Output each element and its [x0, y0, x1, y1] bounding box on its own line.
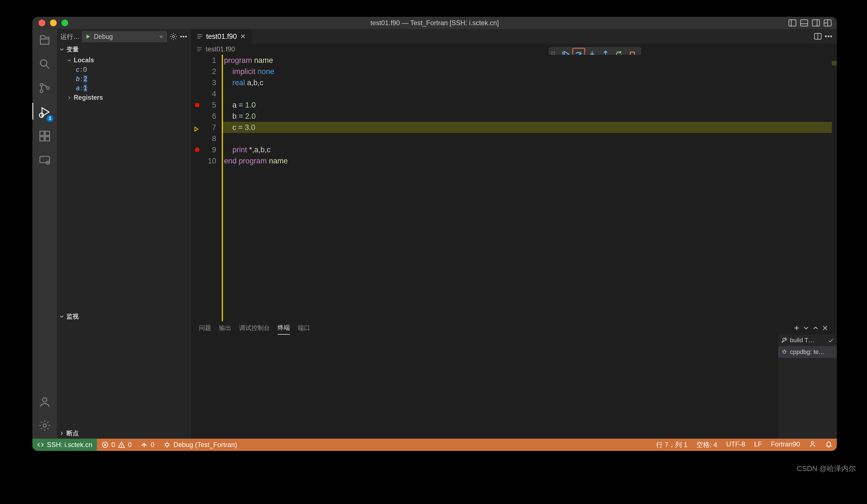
tab-debug-console[interactable]: 调试控制台: [239, 322, 270, 334]
close-window[interactable]: [39, 20, 45, 26]
locals-label: Locals: [74, 56, 94, 64]
config-name: Debug: [94, 33, 113, 41]
terminal-item[interactable]: cppdbg: te…: [778, 346, 837, 358]
tab-ports[interactable]: 端口: [298, 322, 310, 334]
minimize-window[interactable]: [50, 20, 57, 26]
accounts-tab[interactable]: [38, 396, 51, 410]
variables-title: 变量: [66, 45, 79, 54]
svg-rect-20: [45, 137, 50, 141]
svg-point-67: [165, 443, 169, 447]
svg-rect-4: [812, 20, 820, 26]
run-header: 运行… Debug: [57, 29, 191, 44]
variable-item[interactable]: c: 0: [65, 65, 191, 74]
window-title: test01.f90 — Test_Fortran [SSH: i.sctek.…: [32, 19, 837, 27]
tab-terminal[interactable]: 终端: [278, 321, 290, 335]
gear-icon[interactable]: [169, 32, 178, 41]
warning-icon: [118, 441, 125, 448]
terminal-list: build T…cppdbg: te…: [778, 334, 837, 439]
svg-rect-9: [41, 39, 49, 44]
svg-marker-15: [42, 108, 49, 117]
settings-tab[interactable]: [38, 419, 51, 433]
debug-config-select[interactable]: Debug: [82, 31, 167, 42]
svg-point-14: [47, 87, 50, 89]
eol-status[interactable]: LF: [750, 440, 767, 448]
title-bar: test01.f90 — Test_Fortran [SSH: i.sctek.…: [32, 17, 837, 29]
registers-scope[interactable]: Registers: [65, 93, 191, 103]
chevron-down-icon: [66, 57, 72, 63]
svg-point-26: [172, 35, 174, 38]
layout-controls: [786, 18, 834, 28]
variables-section[interactable]: 变量: [57, 44, 191, 55]
ports-status[interactable]: 0: [136, 439, 159, 451]
debug-tab[interactable]: 1: [38, 106, 51, 120]
window-controls: [39, 20, 68, 26]
watch-section[interactable]: 监视: [57, 311, 191, 322]
remote-icon: [37, 441, 44, 448]
vscode-window: test01.f90 — Test_Fortran [SSH: i.sctek.…: [32, 17, 837, 451]
terminal-item[interactable]: build T…: [778, 334, 837, 346]
close-icon[interactable]: [240, 33, 246, 40]
scm-tab[interactable]: [38, 82, 51, 96]
svg-point-27: [180, 36, 182, 37]
feedback-status[interactable]: [804, 440, 821, 448]
indentation-status[interactable]: 空格: 4: [692, 440, 722, 449]
breadcrumbs[interactable]: test01.f90: [191, 44, 837, 55]
remote-indicator[interactable]: SSH: i.sctek.cn: [32, 439, 97, 451]
terminal-output[interactable]: [191, 334, 778, 439]
language-status[interactable]: Fortran90: [767, 440, 804, 448]
toggle-panel-icon[interactable]: [800, 18, 809, 28]
svg-point-23: [42, 398, 47, 402]
breakpoints-section[interactable]: 断点: [57, 428, 191, 439]
explorer-tab[interactable]: [38, 33, 51, 47]
svg-point-12: [40, 84, 43, 86]
svg-point-74: [811, 441, 814, 444]
tab-output[interactable]: 输出: [219, 322, 231, 334]
dropdown-icon[interactable]: [802, 324, 810, 332]
svg-line-71: [169, 444, 169, 444]
encoding-status[interactable]: UTF-8: [722, 440, 750, 448]
chevron-down-icon: [58, 46, 65, 53]
svg-marker-51: [195, 127, 198, 131]
chevron-right-icon: [58, 430, 65, 436]
watch-title: 监视: [66, 312, 79, 321]
more-icon[interactable]: [179, 32, 188, 41]
toggle-secondary-sidebar-icon[interactable]: [811, 18, 821, 28]
search-tab[interactable]: [38, 57, 51, 72]
variable-item[interactable]: a: 1: [65, 84, 191, 93]
locals-scope[interactable]: Locals: [65, 55, 191, 65]
toggle-primary-sidebar-icon[interactable]: [788, 18, 797, 28]
feedback-icon: [809, 440, 816, 448]
antenna-icon: [140, 441, 148, 448]
editor[interactable]: 12345678910 program name implicit none r…: [191, 55, 837, 321]
customize-layout-icon[interactable]: [823, 18, 832, 28]
svg-marker-25: [87, 35, 90, 39]
problems-status[interactable]: 0 0: [97, 439, 136, 451]
minimap[interactable]: [832, 55, 837, 321]
svg-line-58: [782, 351, 783, 352]
remote-label: SSH: i.sctek.cn: [47, 441, 93, 449]
chevron-right-icon: [66, 95, 72, 100]
more-icon[interactable]: [824, 32, 833, 41]
svg-line-11: [46, 66, 50, 69]
svg-line-73: [169, 445, 169, 446]
tab-problems[interactable]: 问题: [199, 322, 211, 334]
extensions-tab[interactable]: [38, 130, 51, 143]
maximize-panel-icon[interactable]: [812, 324, 820, 332]
new-terminal-icon[interactable]: [793, 324, 801, 332]
debug-status[interactable]: Debug (Test_Fortran): [159, 439, 242, 451]
maximize-window[interactable]: [62, 20, 68, 26]
split-editor-icon[interactable]: [813, 32, 822, 41]
close-panel-icon[interactable]: [821, 324, 829, 332]
chevron-down-icon: [58, 313, 65, 320]
code-area[interactable]: program name implicit none real a,b,c a …: [222, 55, 832, 321]
svg-point-28: [183, 36, 184, 37]
chevron-down-icon: [158, 34, 164, 40]
cursor-position[interactable]: 行 7，列 1: [652, 440, 692, 449]
gutter[interactable]: 12345678910: [191, 55, 222, 321]
remote-explorer-tab[interactable]: [38, 154, 51, 168]
svg-point-24: [43, 424, 46, 427]
file-icon: [196, 33, 203, 40]
notifications-status[interactable]: [821, 440, 837, 448]
editor-tab[interactable]: test01.f90: [191, 29, 251, 44]
variable-item[interactable]: b: 2: [65, 74, 191, 84]
